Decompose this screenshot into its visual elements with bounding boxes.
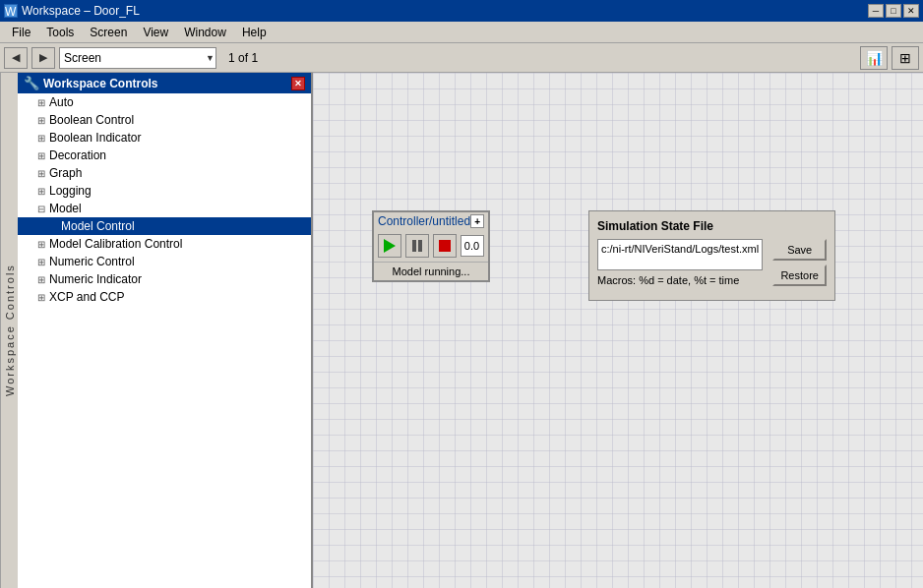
sidebar-vertical-label: Workspace Controls	[0, 73, 18, 588]
menu-bar: File Tools Screen View Window Help	[0, 22, 923, 43]
panel-title: Workspace Controls	[43, 77, 157, 90]
progress-value: 0.0	[464, 240, 479, 252]
tree-item-numeric-indicator[interactable]: ⊞ Numeric Indicator	[18, 270, 311, 288]
save-button[interactable]: Save	[772, 239, 827, 261]
title-bar: W Workspace – Door_FL ─ □ ✕	[0, 0, 923, 22]
panel-header: 🔧 Workspace Controls ✕	[18, 73, 311, 93]
tree-item-auto[interactable]: ⊞ Auto	[18, 93, 311, 111]
pause-button[interactable]	[405, 234, 429, 258]
menu-view[interactable]: View	[135, 24, 176, 41]
page-indicator: 1 of 1	[228, 51, 258, 65]
grid-button[interactable]: ⊞	[892, 46, 919, 70]
tree-item-label: Numeric Control	[49, 255, 135, 268]
minimize-button[interactable]: ─	[868, 4, 884, 18]
menu-screen[interactable]: Screen	[82, 24, 135, 41]
panel-icon: 🔧	[24, 76, 39, 90]
widget-title: Controller/untitled	[378, 214, 470, 228]
menu-tools[interactable]: Tools	[38, 24, 82, 41]
menu-file[interactable]: File	[4, 24, 38, 41]
stop-button[interactable]	[433, 234, 457, 258]
panel-close-button[interactable]: ✕	[291, 77, 305, 90]
close-button[interactable]: ✕	[903, 4, 919, 18]
maximize-button[interactable]: □	[886, 4, 901, 18]
tree-item-label: Logging	[49, 184, 92, 198]
tree-view: ⊞ Auto ⊞ Boolean Control ⊞ Boolean Indic…	[18, 93, 311, 588]
sim-content-left: c:/ni-rt/NIVeriStand/Logs/test.xml Macro…	[597, 239, 763, 292]
stop-icon	[439, 240, 451, 252]
window-title: Workspace – Door_FL	[22, 4, 140, 18]
tree-item-label: Model	[49, 202, 82, 215]
menu-window[interactable]: Window	[176, 24, 234, 41]
widget-status: Model running...	[374, 262, 488, 280]
screen-select[interactable]: Screen	[59, 47, 216, 69]
expand-icon: ⊞	[37, 115, 45, 126]
tree-item-label: Auto	[49, 95, 74, 109]
toolbar: ◀ ▶ Screen ▼ 1 of 1 📊 ⊞	[0, 43, 923, 73]
tree-item-label: XCP and CCP	[49, 290, 124, 304]
sim-buttons: Save Restore	[772, 239, 827, 286]
content-area[interactable]: Controller/untitled + 0.0 Model running	[313, 73, 923, 588]
tree-item-xcp-ccp[interactable]: ⊞ XCP and CCP	[18, 288, 311, 306]
tree-item-label: Boolean Control	[49, 113, 134, 127]
tree-item-label: Numeric Indicator	[49, 272, 142, 286]
tree-item-label: Model Control	[61, 219, 135, 233]
widget-add-button[interactable]: +	[470, 214, 484, 228]
expand-icon: ⊞	[37, 292, 45, 303]
tree-item-boolean-indicator[interactable]: ⊞ Boolean Indicator	[18, 129, 311, 147]
app-icon: W	[4, 4, 18, 18]
main-layout: Workspace Controls 🔧 Workspace Controls …	[0, 73, 923, 588]
expand-icon: ⊞	[37, 274, 45, 285]
sim-path[interactable]: c:/ni-rt/NIVeriStand/Logs/test.xml	[597, 239, 763, 270]
tree-item-model[interactable]: ⊟ Model	[18, 200, 311, 217]
restore-button[interactable]: Restore	[772, 265, 827, 286]
tree-item-model-calibration[interactable]: ⊞ Model Calibration Control	[18, 235, 311, 253]
sim-macros: Macros: %d = date, %t = time	[597, 274, 763, 286]
expand-icon: ⊟	[37, 204, 45, 214]
expand-icon: ⊞	[37, 168, 45, 179]
widget-header: Controller/untitled +	[374, 212, 488, 230]
tree-item-label: Model Calibration Control	[49, 237, 182, 251]
forward-button[interactable]: ▶	[31, 47, 55, 69]
expand-icon: ⊞	[37, 239, 45, 250]
chart-button[interactable]: 📊	[860, 46, 888, 70]
simulation-state-panel: Simulation State File c:/ni-rt/NIVeriSta…	[588, 210, 835, 301]
expand-icon: ⊞	[37, 257, 45, 267]
play-button[interactable]	[378, 234, 401, 258]
widget-controls: 0.0	[374, 230, 488, 262]
expand-icon: ⊞	[37, 150, 45, 161]
progress-bar: 0.0	[461, 235, 484, 257]
expand-icon: ⊞	[37, 133, 45, 144]
model-control-widget: Controller/untitled + 0.0 Model running	[372, 210, 490, 282]
workspace-controls-panel: 🔧 Workspace Controls ✕ ⊞ Auto ⊞ Boolean …	[18, 73, 313, 588]
expand-icon: ⊞	[37, 97, 45, 108]
menu-help[interactable]: Help	[234, 24, 275, 41]
pause-icon	[412, 240, 416, 252]
tree-item-boolean-control[interactable]: ⊞ Boolean Control	[18, 111, 311, 129]
expand-icon: ⊞	[37, 186, 45, 197]
back-button[interactable]: ◀	[4, 47, 28, 69]
tree-item-model-control[interactable]: Model Control	[18, 217, 311, 235]
tree-item-numeric-control[interactable]: ⊞ Numeric Control	[18, 253, 311, 270]
tree-item-label: Decoration	[49, 148, 106, 162]
tree-item-label: Graph	[49, 166, 82, 180]
tree-item-decoration[interactable]: ⊞ Decoration	[18, 147, 311, 164]
play-icon	[384, 239, 396, 253]
sim-panel-title: Simulation State File	[597, 219, 827, 233]
tree-item-graph[interactable]: ⊞ Graph	[18, 164, 311, 182]
sim-content: c:/ni-rt/NIVeriStand/Logs/test.xml Macro…	[597, 239, 827, 292]
tree-item-logging[interactable]: ⊞ Logging	[18, 182, 311, 200]
pause-icon	[418, 240, 422, 252]
tree-item-label: Boolean Indicator	[49, 131, 141, 145]
